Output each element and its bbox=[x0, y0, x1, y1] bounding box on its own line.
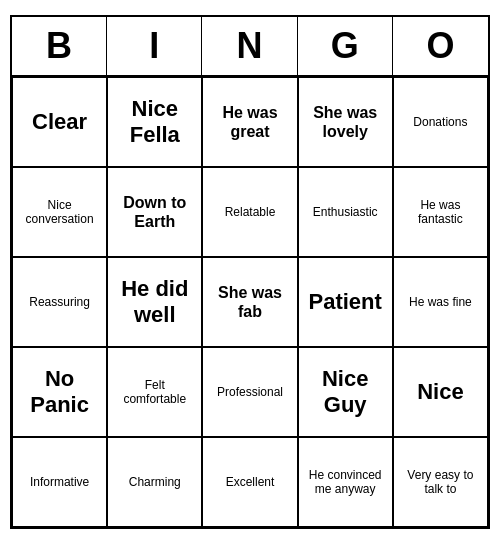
bingo-grid: ClearNice FellaHe was greatShe was lovel… bbox=[12, 77, 488, 527]
bingo-cell: Felt comfortable bbox=[107, 347, 202, 437]
bingo-header: BINGO bbox=[12, 17, 488, 77]
bingo-cell: No Panic bbox=[12, 347, 107, 437]
header-letter: I bbox=[107, 17, 202, 75]
cell-text: Nice Fella bbox=[112, 96, 197, 149]
cell-text: She was fab bbox=[207, 283, 292, 321]
cell-text: Professional bbox=[217, 385, 283, 399]
bingo-cell: Nice Fella bbox=[107, 77, 202, 167]
bingo-cell: Professional bbox=[202, 347, 297, 437]
bingo-cell: He was fantastic bbox=[393, 167, 488, 257]
cell-text: He did well bbox=[112, 276, 197, 329]
bingo-cell: Charming bbox=[107, 437, 202, 527]
cell-text: He was fine bbox=[409, 295, 472, 309]
cell-text: Relatable bbox=[225, 205, 276, 219]
bingo-cell: Very easy to talk to bbox=[393, 437, 488, 527]
bingo-cell: Patient bbox=[298, 257, 393, 347]
cell-text: Reassuring bbox=[29, 295, 90, 309]
cell-text: Nice conversation bbox=[17, 198, 102, 227]
bingo-cell: Clear bbox=[12, 77, 107, 167]
bingo-cell: She was lovely bbox=[298, 77, 393, 167]
header-letter: B bbox=[12, 17, 107, 75]
cell-text: He convinced me anyway bbox=[303, 468, 388, 497]
bingo-cell: Informative bbox=[12, 437, 107, 527]
cell-text: Donations bbox=[413, 115, 467, 129]
header-letter: O bbox=[393, 17, 488, 75]
bingo-cell: He did well bbox=[107, 257, 202, 347]
bingo-cell: Down to Earth bbox=[107, 167, 202, 257]
bingo-cell: Excellent bbox=[202, 437, 297, 527]
bingo-cell: Nice Guy bbox=[298, 347, 393, 437]
bingo-cell: Enthusiastic bbox=[298, 167, 393, 257]
cell-text: He was fantastic bbox=[398, 198, 483, 227]
cell-text: Excellent bbox=[226, 475, 275, 489]
bingo-cell: He was fine bbox=[393, 257, 488, 347]
bingo-cell: He was great bbox=[202, 77, 297, 167]
bingo-cell: Nice conversation bbox=[12, 167, 107, 257]
cell-text: Nice bbox=[417, 379, 463, 405]
cell-text: Enthusiastic bbox=[313, 205, 378, 219]
header-letter: G bbox=[298, 17, 393, 75]
cell-text: Down to Earth bbox=[112, 193, 197, 231]
bingo-cell: He convinced me anyway bbox=[298, 437, 393, 527]
cell-text: Informative bbox=[30, 475, 89, 489]
header-letter: N bbox=[202, 17, 297, 75]
bingo-cell: Reassuring bbox=[12, 257, 107, 347]
bingo-cell: She was fab bbox=[202, 257, 297, 347]
cell-text: Felt comfortable bbox=[112, 378, 197, 407]
cell-text: Charming bbox=[129, 475, 181, 489]
bingo-card: BINGO ClearNice FellaHe was greatShe was… bbox=[10, 15, 490, 529]
cell-text: Very easy to talk to bbox=[398, 468, 483, 497]
cell-text: He was great bbox=[207, 103, 292, 141]
bingo-cell: Donations bbox=[393, 77, 488, 167]
cell-text: Patient bbox=[309, 289, 382, 315]
cell-text: No Panic bbox=[17, 366, 102, 419]
bingo-cell: Nice bbox=[393, 347, 488, 437]
cell-text: Clear bbox=[32, 109, 87, 135]
bingo-cell: Relatable bbox=[202, 167, 297, 257]
cell-text: She was lovely bbox=[303, 103, 388, 141]
cell-text: Nice Guy bbox=[303, 366, 388, 419]
